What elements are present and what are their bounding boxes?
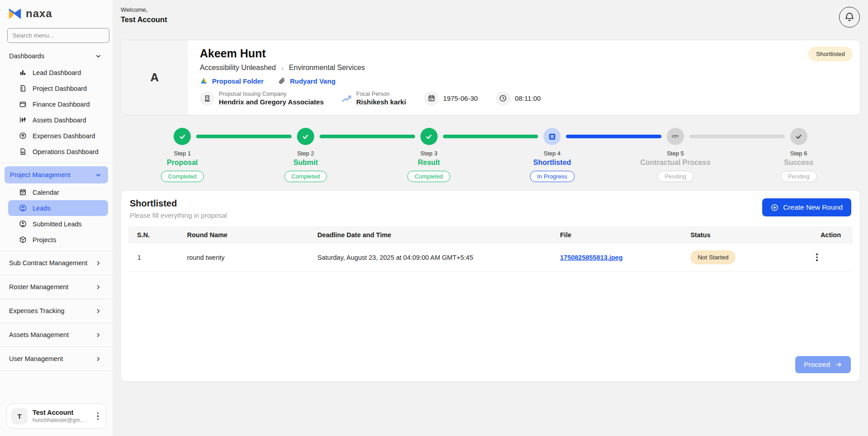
step-number: Step 1: [174, 150, 191, 157]
step-status-badge: Completed: [407, 171, 450, 182]
divider: [0, 275, 113, 275]
breadcrumb-parent[interactable]: Accessibility Unleashed: [200, 64, 276, 72]
focal-person-value: Rishikesh karki: [356, 98, 406, 106]
sidebar-item-calendar[interactable]: Calendar: [0, 184, 113, 200]
focal-person-label: Focal Person: [356, 91, 406, 97]
arrow-right-icon: [835, 361, 842, 368]
divider: [0, 251, 113, 251]
sidebar-section-user-management[interactable]: User Management: [0, 350, 113, 367]
welcome-text: Welcome,: [121, 6, 167, 13]
deadline-time: 08:11:00: [515, 94, 541, 102]
column-header-sn: S.N.: [128, 226, 184, 244]
section-label: Project Management: [10, 171, 71, 178]
search-input[interactable]: [7, 28, 109, 43]
step-circle[interactable]: [174, 128, 191, 145]
table-row: 1 round twenty Saturday, August 23, 2025…: [128, 244, 853, 272]
step-number: Step 6: [790, 150, 807, 157]
sidebar-item-operations-dashboard[interactable]: Operations Dashboard: [0, 144, 113, 159]
issuing-company-value: Hendrix and Gregory Associates: [219, 98, 324, 106]
sidebar-section-sub-contract-management[interactable]: Sub Contract Management: [0, 254, 113, 272]
create-new-round-button[interactable]: Create New Round: [762, 198, 851, 216]
step-result: Step 3 Result Completed: [367, 128, 491, 182]
google-drive-icon: [200, 77, 208, 85]
rupee-coin-icon: [19, 132, 27, 140]
step-name: Result: [418, 159, 440, 167]
step-circle[interactable]: [543, 128, 561, 145]
column-header-deadline: Deadline Date and Time: [314, 226, 557, 244]
cell-deadline: Saturday, August 23, 2025 at 04:09:00 AM…: [314, 244, 557, 272]
cell-round-name: round twenty: [184, 244, 314, 272]
building-icon: [200, 91, 214, 106]
link-label: Rudyard Vang: [290, 77, 335, 85]
step-number: Step 3: [420, 150, 438, 157]
sidebar-item-project-dashboard[interactable]: Project Dashboard: [0, 80, 113, 96]
sidebar-item-lead-dashboard[interactable]: Lead Dashboard: [0, 65, 113, 80]
account-menu-button[interactable]: [94, 411, 102, 422]
list-icon: [548, 133, 556, 141]
step-circle[interactable]: [667, 128, 684, 145]
table-header-row: S.N. Round Name Deadline Date and Time F…: [128, 226, 853, 244]
step-circle[interactable]: [297, 128, 314, 145]
user-circle-icon: [19, 220, 27, 228]
item-label: Calendar: [33, 189, 59, 196]
section-label: User Management: [9, 355, 63, 362]
sidebar-section-dashboards[interactable]: Dashboards: [0, 47, 113, 65]
sidebar-section-project-management[interactable]: Project Management: [5, 166, 108, 183]
trend-line-icon: [342, 94, 352, 103]
step-name: Shortlisted: [533, 159, 571, 167]
rounds-table: S.N. Round Name Deadline Date and Time F…: [128, 226, 853, 272]
sidebar-item-projects[interactable]: Projects: [0, 232, 113, 248]
wallet-icon: [19, 100, 27, 108]
step-status-badge: In Progress: [530, 171, 574, 182]
brand-name: naxa: [26, 7, 52, 20]
check-icon: [302, 133, 309, 141]
section-label: Expenses Tracking: [9, 307, 65, 314]
cell-sn: 1: [128, 244, 184, 272]
section-label: Dashboards: [9, 52, 44, 60]
chevron-down-icon: [95, 53, 102, 60]
step-name: Contractual Process: [640, 159, 711, 167]
step-circle[interactable]: [790, 128, 807, 145]
step-circle[interactable]: [420, 128, 438, 145]
sidebar-item-assets-dashboard[interactable]: Assets Dashboard: [0, 112, 113, 128]
section-subtitle: Please fill everything in proposal: [130, 211, 227, 219]
column-header-file: File: [557, 226, 687, 244]
issuing-company-label: Proposal Issuing Company: [219, 91, 324, 97]
column-header-status: Status: [687, 226, 810, 244]
status-badge: Shortlisted: [808, 47, 853, 61]
sidebar-section-assets-management[interactable]: Assets Management: [0, 326, 113, 343]
breadcrumb-separator: ›: [281, 64, 283, 72]
account-card[interactable]: T Test Account hunchhatester@gm...: [6, 403, 106, 429]
column-header-round-name: Round Name: [184, 226, 314, 244]
bar-chart-icon: [19, 69, 27, 76]
deadline-date: 1975-06-30: [443, 94, 478, 102]
lead-header-card: A Akeem Hunt Accessibility Unleashed › E…: [121, 40, 860, 115]
item-label: Operations Dashboard: [33, 148, 99, 155]
document-chart-icon: [19, 148, 27, 155]
chevron-right-icon: [95, 284, 102, 291]
sidebar-item-submitted-leads[interactable]: Submitted Leads: [0, 216, 113, 232]
notifications-button[interactable]: [839, 7, 860, 28]
file-link[interactable]: 1750825855813.jpeg: [560, 254, 623, 261]
chevron-right-icon: [95, 260, 102, 267]
attachment-link[interactable]: Rudyard Vang: [278, 77, 335, 85]
sidebar-section-roster-management[interactable]: Roster Management: [0, 278, 113, 295]
proposal-folder-link[interactable]: Proposal Folder: [200, 77, 264, 85]
row-actions-menu-button[interactable]: [813, 252, 839, 263]
step-name: Success: [784, 159, 813, 167]
breadcrumb-child[interactable]: Environmental Services: [289, 64, 365, 72]
item-label: Assets Dashboard: [33, 117, 86, 124]
divider: [0, 163, 113, 163]
sidebar-item-leads[interactable]: Leads: [8, 200, 108, 216]
sidebar-item-expenses-dashboard[interactable]: Expenses Dashboard: [0, 128, 113, 144]
divider: [0, 370, 113, 371]
step-success: Step 6 Success Pending: [737, 128, 860, 182]
section-label: Assets Management: [9, 331, 69, 338]
sidebar-item-finance-dashboard[interactable]: Finance Dashboard: [0, 96, 113, 112]
step-status-badge: Pending: [657, 171, 693, 182]
proceed-button[interactable]: Proceed: [795, 356, 851, 373]
brand-logo[interactable]: naxa: [0, 6, 113, 28]
step-name: Proposal: [167, 159, 198, 167]
sidebar-section-expenses-tracking[interactable]: Expenses Tracking: [0, 302, 113, 319]
check-icon: [795, 133, 802, 141]
